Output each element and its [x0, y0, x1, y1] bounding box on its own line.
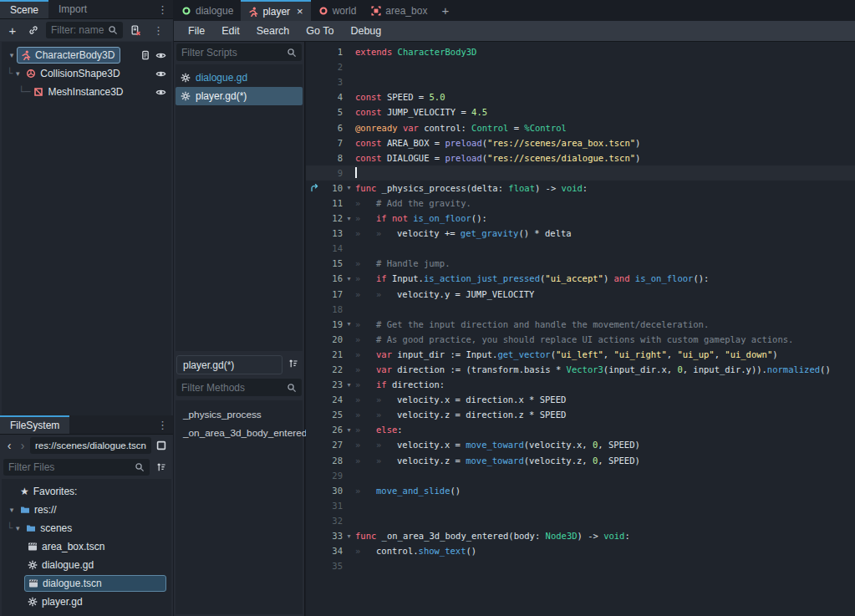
code-line[interactable]: 32: [306, 513, 855, 528]
code-line[interactable]: 10▾func _physics_process(delta: float) -…: [306, 181, 855, 196]
fold-toggle-icon[interactable]: ▾: [343, 184, 355, 191]
scene-tab-dialogue[interactable]: dialogue: [174, 0, 241, 21]
code-line[interactable]: 20»# As good practice, you should replac…: [306, 332, 855, 347]
new-scene-tab-button[interactable]: +: [435, 0, 455, 21]
scene-tree-row[interactable]: ▾CharacterBody3D: [2, 46, 171, 64]
scene-tab-area_box[interactable]: area_box: [364, 0, 435, 21]
code-line[interactable]: 6@onready var control: Control = %Contro…: [306, 120, 855, 135]
filter-files-input[interactable]: Filter Files: [3, 459, 150, 476]
filesystem-row[interactable]: dialogue.gd: [2, 556, 171, 574]
menu-edit[interactable]: Edit: [214, 25, 247, 37]
code-editor[interactable]: 1extends CharacterBody3D234const SPEED =…: [306, 42, 855, 616]
code-line[interactable]: 4const SPEED = 5.0: [306, 89, 855, 104]
code-line[interactable]: 23▾»if direction:: [306, 377, 855, 392]
tab-scene[interactable]: Scene: [0, 0, 48, 18]
visibility-eye-icon[interactable]: [155, 87, 166, 98]
code-line[interactable]: 26▾»else:: [306, 422, 855, 437]
current-script-dropdown[interactable]: player.gd(*): [176, 355, 282, 374]
script-list-item[interactable]: dialogue.gd: [176, 69, 303, 87]
tab-filesystem[interactable]: FileSystem: [0, 415, 69, 434]
code-line[interactable]: 31: [306, 498, 855, 513]
filter-methods-input[interactable]: Filter Methods: [176, 379, 302, 396]
menu-file[interactable]: File: [181, 25, 212, 37]
nav-forward-icon[interactable]: ›: [17, 439, 28, 452]
file-sort-icon[interactable]: [153, 459, 170, 476]
code-line[interactable]: 2: [306, 59, 855, 74]
code-line[interactable]: 18: [306, 302, 855, 317]
code-line[interactable]: 30»move_and_slide(): [306, 483, 855, 498]
method-list-item[interactable]: _physics_process: [176, 405, 303, 424]
file-select-box[interactable]: ★Favorites:: [17, 483, 82, 500]
toggle-split-mode-icon[interactable]: [153, 437, 170, 454]
code-line[interactable]: 7const AREA_BOX = preload("res://scenes/…: [306, 135, 855, 150]
file-select-box[interactable]: dialogue.tscn: [24, 575, 166, 592]
fold-toggle-icon[interactable]: ▾: [343, 532, 355, 540]
filesystem-row[interactable]: dialogue.tscn: [2, 574, 171, 593]
filesystem-row[interactable]: player.gd: [2, 593, 171, 611]
code-line[interactable]: 13»»velocity += get_gravity() * delta: [306, 226, 855, 241]
scene-toolbar-menu-icon[interactable]: ⋮: [148, 24, 169, 37]
filesystem-row[interactable]: area_box.tscn: [2, 537, 171, 556]
code-line[interactable]: 8const DIALOGUE = preload("res://scenes/…: [306, 150, 855, 165]
code-line[interactable]: 9: [306, 165, 855, 181]
code-line[interactable]: 17»»velocity.y = JUMP_VELOCITY: [306, 287, 855, 302]
expand-chevron-icon[interactable]: ▾: [13, 69, 23, 78]
filesystem-menu-icon[interactable]: ⋮: [152, 415, 173, 434]
filter-scripts-input[interactable]: Filter Scripts: [176, 43, 302, 61]
node-select-box[interactable]: CollisionShape3D: [23, 65, 125, 82]
menu-go-to[interactable]: Go To: [298, 25, 341, 37]
code-line[interactable]: 16▾»if Input.is_action_just_pressed("ui_…: [306, 271, 855, 286]
code-line[interactable]: 14: [306, 241, 855, 256]
code-line[interactable]: 33▾func _on_area_3d_body_entered(body: N…: [306, 528, 855, 543]
scene-tab-player[interactable]: player×: [241, 0, 310, 21]
code-line[interactable]: 22»var direction := (transform.basis * V…: [306, 362, 855, 377]
expand-chevron-icon[interactable]: ▾: [7, 51, 17, 59]
menu-search[interactable]: Search: [249, 25, 298, 37]
code-line[interactable]: 35: [306, 558, 855, 573]
code-line[interactable]: 12▾»if not is_on_floor():: [306, 211, 855, 226]
code-line[interactable]: 29: [306, 468, 855, 483]
code-line[interactable]: 19▾»# Get the input direction and handle…: [306, 317, 855, 332]
code-line[interactable]: 27»»velocity.x = move_toward(velocity.x,…: [306, 437, 855, 452]
node-select-box[interactable]: MeshInstance3D: [30, 84, 128, 100]
code-line[interactable]: 34»control.show_text(): [306, 543, 855, 558]
fold-toggle-icon[interactable]: ▾: [343, 381, 355, 389]
tab-import[interactable]: Import: [48, 0, 97, 18]
code-line[interactable]: 25»»velocity.z = direction.z * SPEED: [306, 407, 855, 422]
nav-back-icon[interactable]: ‹: [3, 439, 15, 452]
code-line[interactable]: 3: [306, 74, 855, 89]
node-select-box[interactable]: CharacterBody3D: [17, 47, 120, 64]
scene-filter-input[interactable]: Filter: name, t:ty: [46, 22, 123, 38]
fold-toggle-icon[interactable]: ▾: [343, 426, 355, 434]
fold-toggle-icon[interactable]: ▾: [343, 215, 355, 222]
expand-chevron-icon[interactable]: ▾: [7, 506, 17, 514]
fold-toggle-icon[interactable]: ▾: [343, 320, 355, 328]
scene-tab-world[interactable]: world: [311, 0, 364, 21]
menu-debug[interactable]: Debug: [343, 25, 389, 37]
file-select-box[interactable]: dialogue.gd: [24, 557, 99, 573]
detach-script-icon[interactable]: [127, 22, 144, 38]
code-line[interactable]: 28»»velocity.z = move_toward(velocity.z,…: [306, 453, 855, 468]
code-line[interactable]: 21»var input_dir := Input.get_vector("ui…: [306, 347, 855, 362]
code-line[interactable]: 1extends CharacterBody3D: [306, 44, 855, 59]
file-select-box[interactable]: area_box.tscn: [24, 538, 109, 555]
instance-scene-icon[interactable]: [25, 22, 42, 38]
scene-tree-row[interactable]: └─MeshInstance3D: [2, 83, 171, 101]
scene-tree-row[interactable]: └▾CollisionShape3D: [2, 64, 171, 83]
filesystem-row[interactable]: ★Favorites:: [2, 482, 171, 501]
expand-chevron-icon[interactable]: ▾: [13, 524, 23, 532]
file-select-box[interactable]: res://: [17, 501, 62, 518]
close-tab-icon[interactable]: ×: [297, 5, 303, 18]
filesystem-row[interactable]: └▾scenes: [2, 519, 171, 537]
method-list-item[interactable]: _on_area_3d_body_entered: [176, 424, 303, 442]
script-list-item[interactable]: player.gd(*): [176, 87, 303, 105]
method-sort-icon[interactable]: [285, 355, 302, 372]
code-line[interactable]: 11»# Add the gravity.: [306, 196, 855, 211]
file-select-box[interactable]: player.gd: [24, 593, 88, 610]
filesystem-row[interactable]: ▾res://: [2, 501, 171, 519]
current-path-field[interactable]: res://scenes/dialogue.tscn: [30, 437, 151, 454]
visibility-eye-icon[interactable]: [155, 50, 166, 61]
visibility-eye-icon[interactable]: [155, 69, 166, 79]
code-line[interactable]: 24»»velocity.x = direction.x * SPEED: [306, 392, 855, 407]
add-node-button[interactable]: +: [4, 22, 21, 38]
